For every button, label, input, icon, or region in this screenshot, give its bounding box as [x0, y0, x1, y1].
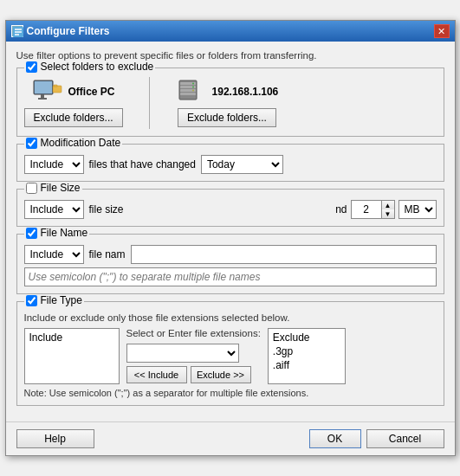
exclude-list[interactable]: Exclude .3gp .aiff: [268, 328, 346, 384]
file-size-content: Include Exclude file size nd ▲ ▼: [24, 200, 437, 219]
svg-point-16: [192, 87, 194, 88]
file-size-row: Include Exclude file size nd ▲ ▼: [24, 200, 437, 219]
file-size-label: File Size: [41, 182, 81, 194]
exclude-header: Exclude: [270, 331, 343, 344]
file-type-label: File Type: [41, 294, 82, 306]
right-exclude-folders-btn[interactable]: Exclude folders...: [178, 108, 276, 127]
select-folders-label: Select folders to exclude: [41, 61, 154, 73]
include-btn[interactable]: << Include: [126, 366, 187, 383]
file-type-checkbox[interactable]: [26, 295, 37, 306]
file-size-group: File Size Include Exclude file size nd: [16, 189, 444, 227]
file-size-include-select[interactable]: Include Exclude: [24, 200, 84, 219]
mod-date-middle-text: files that have changed: [89, 158, 196, 170]
ext-select-label: Select or Enter file extensions:: [126, 328, 261, 338]
file-type-group: File Type Include or exclude only those …: [16, 301, 444, 406]
help-button[interactable]: Help: [16, 429, 94, 448]
middle-controls: Select or Enter file extensions: << Incl…: [126, 328, 261, 383]
file-name-input[interactable]: [131, 245, 437, 264]
file-name-group: File Name Include Exclude file nam: [16, 234, 444, 294]
svg-point-17: [192, 90, 194, 92]
spin-down-btn[interactable]: ▼: [382, 209, 394, 218]
folders-content: Office PC Exclude folders...: [24, 77, 437, 129]
right-device-name: 192.168.1.106: [212, 86, 279, 98]
mod-date-group: Modification Date Include Exclude files …: [16, 144, 444, 182]
app-icon: [11, 25, 23, 37]
ext-dropdown[interactable]: [126, 344, 239, 363]
top-description: Use filter options to prevent specific f…: [16, 50, 444, 61]
include-list[interactable]: Include: [24, 328, 120, 384]
left-device-name: Office PC: [68, 86, 115, 98]
file-size-checkbox[interactable]: [26, 183, 37, 194]
right-device-info: 192.168.1.106: [176, 79, 279, 105]
mod-date-value-select[interactable]: Today Yesterday Last 7 days Last 30 days: [201, 155, 283, 174]
select-folders-group: Select folders to exclude: [16, 68, 444, 137]
mod-date-content: Include Exclude files that have changed …: [24, 155, 437, 174]
svg-point-15: [192, 83, 194, 85]
action-buttons: << Include Exclude >>: [126, 366, 251, 383]
ext-item-3gp[interactable]: .3gp: [270, 344, 343, 358]
file-name-include-select[interactable]: Include Exclude: [24, 245, 84, 264]
file-name-content: Include Exclude file nam: [24, 245, 437, 286]
cancel-button[interactable]: Cancel: [366, 429, 444, 448]
select-folders-checkbox[interactable]: [26, 61, 37, 73]
ext-item-aiff[interactable]: .aiff: [270, 358, 343, 372]
bottom-bar: Help OK Cancel: [6, 421, 455, 455]
file-size-unit-select[interactable]: MB KB GB: [398, 200, 437, 219]
file-size-range-text: nd: [335, 203, 347, 215]
close-button[interactable]: ✕: [434, 24, 450, 38]
file-name-legend: File Name: [24, 227, 90, 239]
svg-rect-6: [41, 94, 44, 98]
mod-date-legend: Modification Date: [24, 137, 123, 149]
window-title: Configure Filters: [27, 25, 110, 37]
file-type-row: Include Select or Enter file extensions:…: [24, 328, 437, 384]
ok-button[interactable]: OK: [309, 429, 361, 448]
left-device: Office PC Exclude folders...: [24, 79, 123, 127]
file-type-legend: File Type: [24, 294, 84, 306]
file-name-middle-text: file nam: [89, 248, 126, 261]
svg-rect-5: [35, 81, 52, 93]
select-folders-legend: Select folders to exclude: [24, 61, 156, 73]
file-name-checkbox[interactable]: [26, 228, 37, 239]
exclude-btn[interactable]: Exclude >>: [191, 366, 251, 383]
svg-rect-9: [54, 85, 57, 87]
right-device-icon: [176, 79, 207, 105]
right-device: 192.168.1.106 Exclude folders...: [176, 79, 279, 127]
titlebar-left: Configure Filters: [11, 25, 110, 37]
left-device-info: Office PC: [32, 79, 115, 105]
left-device-icon: [32, 79, 63, 105]
spin-buttons: ▲ ▼: [382, 200, 395, 219]
spin-up-btn[interactable]: ▲: [382, 201, 394, 209]
file-name-hint[interactable]: [24, 267, 437, 286]
file-size-spinner: ▲ ▼: [351, 200, 395, 219]
svg-rect-7: [38, 98, 47, 100]
file-name-label: File Name: [41, 227, 88, 239]
configure-filters-window: Configure Filters ✕ Use filter options t…: [5, 20, 456, 456]
folders-row: Office PC Exclude folders...: [24, 77, 437, 129]
svg-rect-14: [180, 93, 196, 95]
file-size-middle-text: file size: [89, 203, 124, 215]
left-exclude-folders-btn[interactable]: Exclude folders...: [24, 108, 123, 127]
include-label: Include: [27, 331, 117, 344]
file-name-row: Include Exclude file nam: [24, 245, 437, 264]
file-size-legend: File Size: [24, 182, 82, 194]
vertical-divider: [149, 77, 150, 129]
file-size-spin-input[interactable]: [351, 200, 382, 219]
mod-date-label: Modification Date: [41, 137, 121, 149]
bottom-right-buttons: OK Cancel: [309, 429, 444, 448]
file-type-description: Include or exclude only those file exten…: [24, 312, 437, 323]
mod-date-checkbox[interactable]: [26, 138, 37, 149]
file-type-content: Include or exclude only those file exten…: [24, 312, 437, 398]
mod-date-include-select[interactable]: Include Exclude: [24, 155, 84, 174]
titlebar: Configure Filters ✕: [6, 21, 455, 42]
mod-date-row: Include Exclude files that have changed …: [24, 155, 437, 174]
main-content: Use filter options to prevent specific f…: [6, 42, 455, 421]
file-type-note: Note: Use semicolon (";") as a separator…: [24, 388, 437, 398]
